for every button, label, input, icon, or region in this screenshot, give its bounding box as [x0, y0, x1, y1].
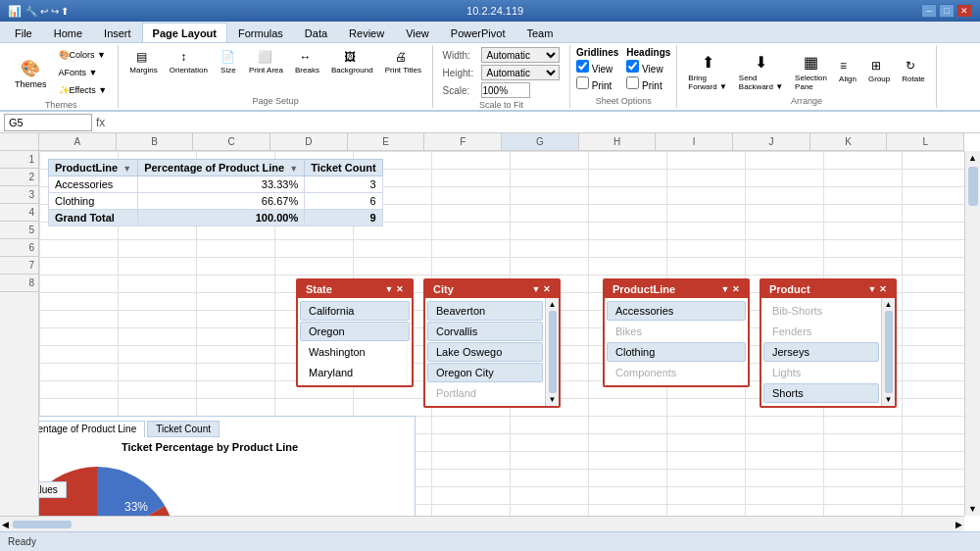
print-titles-button[interactable]: 🖨 Print Titles [380, 47, 426, 77]
slicer-item-components[interactable]: Components [607, 363, 746, 382]
tab-home[interactable]: Home [43, 23, 93, 42]
title-bar-right: – □ ✕ [921, 4, 972, 18]
grand-total-pct: 100.00% [138, 210, 305, 226]
product-scroll-down-icon[interactable]: ▼ [885, 395, 893, 404]
row-1: 1 [0, 151, 38, 169]
grand-total-count: 9 [305, 210, 382, 226]
tab-team[interactable]: Team [515, 23, 564, 42]
product-scroll-thumb[interactable] [885, 311, 893, 393]
slicer-item-california[interactable]: California [300, 301, 410, 321]
productline-filter-icon2[interactable]: ▼ ✕ [721, 284, 740, 294]
tab-file[interactable]: File [4, 23, 43, 42]
background-button[interactable]: 🖼 Background [326, 47, 378, 77]
pct-filter-icon[interactable]: ▼ [289, 164, 298, 174]
scroll-thumb-h[interactable] [13, 521, 72, 528]
tab-view[interactable]: View [395, 23, 440, 42]
slicer-item-lake-oswego[interactable]: Lake Oswego [427, 342, 543, 362]
vertical-scrollbar[interactable]: ▲ ▼ [964, 151, 980, 516]
slicer-item-oregon[interactable]: Oregon [300, 322, 410, 341]
bring-forward-button[interactable]: ⬆ BringForward ▼ [683, 47, 731, 94]
size-button[interactable]: 📄 Size [215, 47, 242, 77]
gridlines-print-checkbox[interactable] [576, 76, 589, 89]
productline-slicer-header: ProductLine ▼ ✕ [605, 280, 748, 298]
slicer-item-portland[interactable]: Portland [427, 383, 543, 403]
product-slicer-body: Bib-Shorts Fenders Jerseys Lights Shorts… [761, 298, 895, 406]
minimize-button[interactable]: – [921, 4, 937, 18]
productline-filter-icon[interactable]: ▼ [122, 164, 131, 174]
slicer-item-shorts[interactable]: Shorts [763, 383, 879, 403]
product-filter-icon[interactable]: ▼ ✕ [868, 284, 887, 294]
state-filter-icon[interactable]: ▼ ✕ [385, 284, 404, 294]
height-select[interactable]: Automatic 1 page [481, 65, 560, 80]
margins-button[interactable]: ▤ Margins [124, 47, 162, 77]
page-setup-buttons: ▤ Margins ↕ Orientation 📄 Size ⬜ Print A… [124, 47, 426, 77]
chart-tab-count[interactable]: Ticket Count [147, 421, 220, 437]
align-button[interactable]: ≡ Align [834, 56, 861, 86]
scroll-track [968, 163, 978, 504]
chart-title: Ticket Percentage by Product Line [9, 441, 411, 453]
tab-formulas[interactable]: Formulas [227, 23, 294, 42]
scroll-right-icon[interactable]: ▶ [956, 520, 962, 529]
ribbon-group-arrange: ⬆ BringForward ▼ ⬇ SendBackward ▼ ▦ Sele… [677, 45, 936, 108]
effects-icon: ✨ [59, 85, 70, 95]
ribbon-group-page-setup: ▤ Margins ↕ Orientation 📄 Size ⬜ Print A… [119, 45, 433, 108]
tab-insert[interactable]: Insert [93, 23, 142, 42]
slicer-item-jerseys[interactable]: Jerseys [763, 342, 879, 362]
slicer-item-corvallis[interactable]: Corvallis [427, 322, 543, 341]
tab-data[interactable]: Data [294, 23, 338, 42]
maximize-button[interactable]: □ [939, 4, 955, 18]
slicer-item-bikes[interactable]: Bikes [607, 322, 746, 341]
slicer-item-lights[interactable]: Lights [763, 363, 879, 382]
print-area-icon: ⬜ [258, 50, 273, 66]
name-box[interactable] [4, 114, 92, 131]
breaks-button[interactable]: ↔ Breaks [290, 47, 324, 77]
table-row: Clothing 66.67% 6 [49, 193, 383, 210]
rotate-button[interactable]: ↻ Rotate [897, 56, 930, 86]
close-button[interactable]: ✕ [956, 4, 972, 18]
city-scroll-down-icon[interactable]: ▼ [549, 395, 557, 404]
product-scrollbar[interactable]: ▲ ▼ [881, 298, 895, 406]
city-filter-icon[interactable]: ▼ ✕ [532, 284, 551, 294]
selection-pane-button[interactable]: ▦ SelectionPane [790, 47, 832, 94]
fonts-button[interactable]: A Fonts ▼ [54, 65, 113, 80]
slicer-item-fenders[interactable]: Fenders [763, 322, 879, 341]
slicer-item-washington[interactable]: Washington [300, 342, 410, 362]
group-button[interactable]: ⊞ Group [863, 56, 895, 86]
headings-view-checkbox[interactable] [626, 60, 639, 73]
colors-button[interactable]: 🎨 Colors ▼ [54, 47, 113, 63]
formula-input[interactable] [109, 114, 980, 131]
send-backward-button[interactable]: ⬇ SendBackward ▼ [734, 47, 788, 94]
slicer-item-oregon-city[interactable]: Oregon City [427, 363, 543, 382]
headings-print-checkbox[interactable] [626, 76, 639, 89]
slicer-item-maryland[interactable]: Maryland [300, 363, 410, 382]
gridlines-print-label: Print [576, 76, 618, 91]
horizontal-scrollbar[interactable]: ◀ ▶ [0, 516, 964, 531]
width-select[interactable]: Automatic 1 page [481, 47, 560, 63]
print-area-button[interactable]: ⬜ Print Area [244, 47, 288, 77]
effects-button[interactable]: ✨ Effects ▼ [54, 82, 113, 98]
slicer-item-bib-shorts[interactable]: Bib-Shorts [763, 301, 879, 321]
slicer-item-beaverton[interactable]: Beaverton [427, 301, 543, 321]
pie-label-accessories: 33% [124, 500, 148, 514]
scroll-up-icon[interactable]: ▲ [968, 153, 977, 163]
scroll-down-icon[interactable]: ▼ [968, 504, 977, 514]
width-label: Width: [442, 50, 479, 61]
themes-button[interactable]: 🎨 Themes [10, 53, 52, 92]
city-scroll-up-icon[interactable]: ▲ [549, 300, 557, 309]
scale-input[interactable] [481, 82, 530, 98]
scroll-left-icon[interactable]: ◀ [2, 520, 9, 529]
product-scroll-up-icon[interactable]: ▲ [885, 300, 893, 309]
gridlines-view-checkbox[interactable] [576, 60, 589, 73]
cell-area: 1 2 3 4 5 6 7 8 ProductLine ▼ [0, 151, 964, 516]
city-scrollbar[interactable]: ▲ ▼ [545, 298, 559, 406]
tab-page-layout[interactable]: Page Layout [142, 23, 227, 42]
scroll-thumb-v[interactable] [968, 167, 978, 206]
slicer-item-accessories[interactable]: Accessories [607, 301, 746, 321]
file-title: 10.2.24.119 [466, 5, 523, 17]
slicer-item-clothing[interactable]: Clothing [607, 342, 746, 362]
tab-review[interactable]: Review [338, 23, 395, 42]
orientation-button[interactable]: ↕ Orientation [165, 47, 213, 77]
tab-powerpivot[interactable]: PowerPivot [440, 23, 516, 42]
product-slicer: Product ▼ ✕ Bib-Shorts Fenders Jerseys L… [760, 278, 897, 408]
city-scroll-thumb[interactable] [549, 311, 557, 393]
